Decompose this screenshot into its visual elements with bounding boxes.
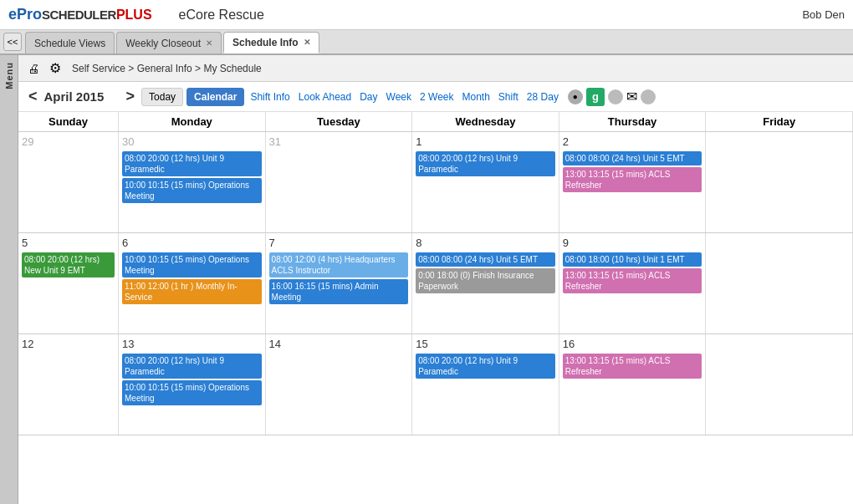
tab-label: Schedule Info: [232, 37, 299, 48]
tab-close-weekly[interactable]: ✕: [206, 38, 212, 48]
event[interactable]: 16:00 16:15 (15 mins) Admin Meeting: [269, 279, 409, 304]
tab-scroll-arrow[interactable]: <<: [3, 33, 22, 51]
view-week-link[interactable]: Week: [384, 91, 414, 103]
logo-epro: ePro: [8, 6, 42, 23]
nav-icon-g[interactable]: g: [586, 88, 605, 106]
event[interactable]: 08:00 20:00 (12 hrs) Unit 9 Paramedic: [416, 151, 555, 176]
current-month-year: April 2015: [44, 89, 120, 104]
nav-icon-radio1[interactable]: ●: [568, 89, 583, 104]
nav-bar: < April 2015 > Today Calendar Shift Info…: [18, 82, 853, 112]
tab-label: Weekly Closeout: [125, 38, 201, 49]
day-number: 6: [122, 237, 262, 249]
day-header-friday: Friday: [706, 112, 853, 131]
nav-icon-radio3[interactable]: [641, 89, 656, 104]
event[interactable]: 13:00 13:15 (15 mins) ACLS Refresher: [563, 167, 702, 192]
day-cell-2: 2 08:00 08:00 (24 hrs) Unit 5 EMT 13:00 …: [559, 132, 707, 232]
week-row-2: 5 08:00 20:00 (12 hrs) New Unit 9 EMT 6 …: [18, 233, 853, 334]
day-number: 12: [22, 338, 115, 350]
calendar: Sunday Monday Tuesday Wednesday Thursday…: [18, 112, 853, 504]
day-cell-13: 13 08:00 20:00 (12 hrs) Unit 9 Paramedic…: [119, 334, 266, 435]
toolbar: 🖨 ⚙ Self Service > General Info > My Sch…: [18, 55, 853, 82]
day-number: 16: [563, 338, 702, 350]
event[interactable]: 08:00 20:00 (12 hrs) Unit 9 Paramedic: [416, 354, 555, 379]
event[interactable]: 08:00 20:00 (12 hrs) New Unit 9 EMT: [22, 252, 115, 277]
day-cell-10: [706, 233, 853, 333]
view-shift-link[interactable]: Shift: [496, 91, 521, 103]
tab-schedule-views[interactable]: Schedule Views: [25, 32, 115, 53]
tab-close-schedule[interactable]: ✕: [304, 38, 310, 47]
day-number: 14: [269, 338, 409, 350]
today-button[interactable]: Today: [141, 88, 183, 106]
day-number: 9: [563, 237, 702, 249]
event[interactable]: 10:00 10:15 (15 mins) Operations Meeting: [122, 178, 262, 203]
event[interactable]: 10:00 10:15 (15 mins) Operations Meeting: [122, 380, 262, 405]
view-month-link[interactable]: Month: [459, 91, 492, 103]
tab-label: Schedule Views: [34, 38, 105, 49]
day-cell-5: 5 08:00 20:00 (12 hrs) New Unit 9 EMT: [18, 233, 119, 333]
nav-icon-radio2[interactable]: [608, 89, 623, 104]
logo: ePro SCHEDULER PLUS: [8, 6, 162, 23]
day-header-monday: Monday: [119, 112, 266, 131]
day-cell-9: 9 08:00 18:00 (10 hrs) Unit 1 EMT 13:00 …: [559, 233, 707, 333]
day-number: 8: [416, 237, 555, 249]
prev-month-button[interactable]: <: [25, 88, 41, 105]
day-headers: Sunday Monday Tuesday Wednesday Thursday…: [18, 112, 853, 132]
event[interactable]: 08:00 08:00 (24 hrs) Unit 5 EMT: [416, 252, 555, 267]
event[interactable]: 08:00 18:00 (10 hrs) Unit 1 EMT: [563, 252, 702, 267]
tabs-bar: << Schedule Views Weekly Closeout ✕ Sche…: [0, 30, 853, 55]
week-row-3: 12 13 08:00 20:00 (12 hrs) Unit 9 Parame…: [18, 334, 853, 435]
day-cell-15: 15 08:00 20:00 (12 hrs) Unit 9 Paramedic: [412, 334, 559, 435]
event[interactable]: 11:00 12:00 (1 hr ) Monthly In-Service: [122, 279, 262, 304]
main-layout: ePro SCHEDULER PLUS eCore Rescue Bob Den…: [0, 0, 853, 504]
day-number: 30: [122, 135, 262, 148]
day-number: 15: [416, 338, 555, 350]
day-cell-7: 7 08:00 12:00 (4 hrs) Headquarters ACLS …: [266, 233, 413, 333]
logo-scheduler: SCHEDULER: [42, 8, 116, 22]
day-number: 2: [563, 135, 702, 148]
view-28day-link[interactable]: 28 Day: [524, 91, 561, 103]
event[interactable]: 08:00 08:00 (24 hrs) Unit 5 EMT: [563, 151, 702, 165]
event[interactable]: 08:00 20:00 (12 hrs) Unit 9 Paramedic: [122, 151, 262, 176]
day-cell-30: 30 08:00 20:00 (12 hrs) Unit 9 Paramedic…: [119, 132, 266, 232]
print-icon[interactable]: 🖨: [25, 60, 42, 77]
side-nav[interactable]: Menu: [0, 55, 18, 504]
day-header-tuesday: Tuesday: [266, 112, 413, 131]
view-calendar-button[interactable]: Calendar: [186, 88, 244, 106]
view-look-ahead-link[interactable]: Look Ahead: [296, 91, 354, 103]
calendar-body: 29 30 08:00 20:00 (12 hrs) Unit 9 Parame…: [18, 132, 853, 504]
view-2week-link[interactable]: 2 Week: [417, 91, 456, 103]
tab-schedule-info[interactable]: Schedule Info ✕: [223, 32, 319, 53]
day-cell-1: 1 08:00 20:00 (12 hrs) Unit 9 Paramedic: [412, 132, 559, 232]
day-number: 1: [416, 135, 555, 148]
user-name: Bob Den: [802, 8, 845, 21]
mail-icon[interactable]: ✉: [626, 89, 637, 104]
nav-icons: ● g ✉: [568, 88, 659, 106]
view-shift-info-link[interactable]: Shift Info: [248, 91, 292, 103]
breadcrumb: Self Service > General Info > My Schedul…: [72, 63, 262, 74]
right-content: 🖨 ⚙ Self Service > General Info > My Sch…: [18, 55, 853, 504]
event[interactable]: 13:00 13:15 (15 mins) ACLS Refresher: [563, 268, 702, 293]
day-number: 7: [269, 237, 409, 249]
day-number: 13: [122, 338, 262, 350]
day-number: 5: [22, 237, 115, 249]
day-header-thursday: Thursday: [559, 112, 707, 131]
view-day-link[interactable]: Day: [357, 91, 380, 103]
header: ePro SCHEDULER PLUS eCore Rescue Bob Den: [0, 0, 853, 30]
tab-weekly-closeout[interactable]: Weekly Closeout ✕: [116, 32, 222, 53]
settings-icon[interactable]: ⚙: [47, 60, 64, 77]
event[interactable]: 10:00 10:15 (15 mins) Operations Meeting: [122, 252, 262, 277]
day-header-wednesday: Wednesday: [412, 112, 559, 131]
day-cell-31: 31: [266, 132, 413, 232]
day-cell-3: [706, 132, 853, 232]
event[interactable]: 08:00 20:00 (12 hrs) Unit 9 Paramedic: [122, 354, 262, 379]
logo-plus: PLUS: [116, 8, 152, 23]
event[interactable]: 13:00 13:15 (15 mins) ACLS Refresher: [563, 354, 702, 379]
event[interactable]: 08:00 12:00 (4 hrs) Headquarters ACLS In…: [269, 252, 409, 277]
day-cell-16: 16 13:00 13:15 (15 mins) ACLS Refresher: [559, 334, 707, 435]
day-cell-14: 14: [266, 334, 413, 435]
day-number: 31: [269, 135, 409, 148]
day-cell-6: 6 10:00 10:15 (15 mins) Operations Meeti…: [119, 233, 266, 333]
event[interactable]: 0:00 18:00 (0) Finish Insurance Paperwor…: [416, 268, 555, 293]
next-month-button[interactable]: >: [123, 88, 139, 105]
content-area: Menu 🖨 ⚙ Self Service > General Info > M…: [0, 55, 853, 504]
